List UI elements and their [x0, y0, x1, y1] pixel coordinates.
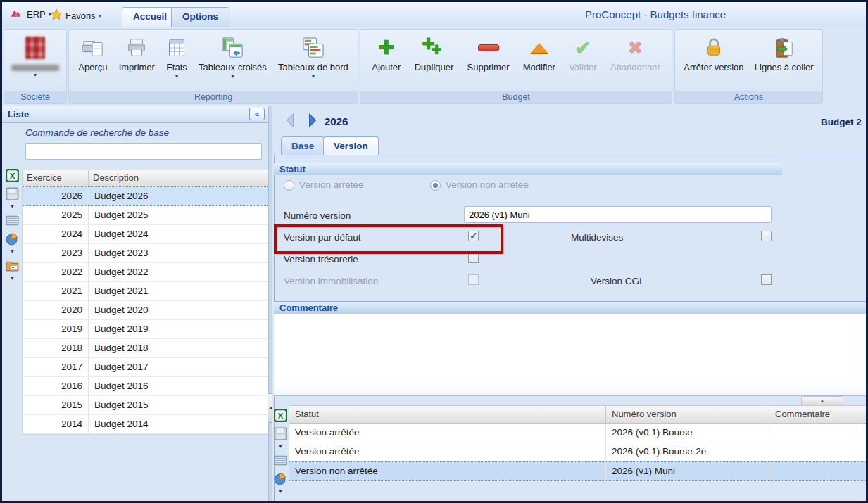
folder-card-icon[interactable]: [272, 497, 289, 503]
tableaux-de-bord-button[interactable]: Tableaux de bord ▾: [276, 33, 351, 82]
export-excel-icon[interactable]: X: [4, 167, 21, 184]
table-row[interactable]: 2023Budget 2023: [23, 244, 269, 263]
lignes-a-coller-button[interactable]: Lignes à coller: [753, 33, 816, 74]
statut-cell: Version non arrêtée: [289, 462, 606, 480]
pivot-tables-icon: [221, 34, 244, 61]
table-row[interactable]: 2026Budget 2026: [23, 186, 269, 206]
tab-accueil[interactable]: Accueil: [122, 7, 178, 27]
table-row[interactable]: 2019Budget 2019: [23, 320, 269, 339]
description-cell: Budget 2015: [89, 396, 269, 414]
chart-pie-icon[interactable]: [272, 470, 289, 487]
table-row[interactable]: 2015Budget 2015: [23, 396, 269, 415]
cross-icon: ✖: [627, 34, 643, 61]
version-par-defaut-checkbox[interactable]: [468, 231, 479, 241]
export-excel-icon[interactable]: X: [272, 407, 289, 424]
table-row[interactable]: 2014Budget 2014: [23, 415, 269, 434]
ajouter-button[interactable]: ✚ Ajouter: [370, 33, 403, 74]
collapse-panel-button[interactable]: «: [249, 108, 265, 120]
tab-version[interactable]: Version: [323, 136, 379, 155]
search-input[interactable]: [25, 143, 262, 160]
col-header-numero-version[interactable]: Numéro version: [606, 406, 769, 423]
col-header-description[interactable]: Description: [89, 170, 269, 186]
tab-base[interactable]: Base: [281, 136, 325, 155]
table-row[interactable]: Version arrêtée 2026 (v0.1) Bourse-2e: [289, 442, 866, 461]
chevron-down-icon[interactable]: ▾: [11, 203, 13, 210]
tab-options[interactable]: Options: [171, 7, 229, 27]
nav-previous-button[interactable]: [284, 113, 298, 128]
tableaux-croises-label: Tableaux croisés: [199, 62, 267, 72]
save-icon[interactable]: [272, 425, 289, 442]
multidevises-checkbox[interactable]: [761, 231, 772, 241]
valider-label: Valider: [569, 62, 597, 72]
col-header-commentaire[interactable]: Commentaire: [769, 406, 866, 423]
radio-version-arretee[interactable]: [284, 180, 294, 191]
numero-version-label: Numéro version: [284, 210, 351, 221]
save-icon[interactable]: [4, 185, 21, 202]
exercices-table-header: Exercice Description: [23, 170, 269, 186]
abandonner-button[interactable]: ✖ Abandonner: [608, 33, 662, 74]
numero-cell: 2026 (v1) Muni: [606, 462, 769, 480]
col-header-statut[interactable]: Statut: [289, 406, 606, 423]
table-row[interactable]: 2022Budget 2022: [23, 263, 269, 282]
detail-panel: 2026 Budget 2 Base Version Statut Versio…: [272, 106, 866, 501]
folder-card-icon[interactable]: [4, 257, 21, 274]
tab-base-label: Base: [291, 141, 314, 151]
societe-button[interactable]: ▾: [9, 33, 61, 80]
imprimer-button[interactable]: Imprimer: [117, 33, 157, 74]
etats-button[interactable]: Etats ▾: [164, 33, 189, 82]
list-view-icon[interactable]: [4, 212, 21, 229]
exercices-table: Exercice Description 2026Budget 2026 202…: [22, 170, 270, 435]
list-view-icon[interactable]: [272, 452, 289, 469]
bottom-splitter-handle[interactable]: ▲: [801, 396, 843, 405]
commentaire-section-header: Commentaire: [274, 301, 866, 314]
favoris-menu-label: Favoris: [65, 11, 96, 21]
commentaire-textarea[interactable]: [274, 314, 866, 396]
supprimer-button[interactable]: Supprimer: [465, 33, 512, 74]
version-tresorerie-checkbox[interactable]: [468, 253, 479, 263]
tab-accueil-label: Accueil: [133, 11, 167, 22]
table-row[interactable]: 2024Budget 2024: [23, 225, 269, 244]
valider-button[interactable]: ✔ Valider: [567, 33, 599, 74]
nav-next-button[interactable]: [306, 113, 320, 128]
modifier-label: Modifier: [523, 62, 555, 72]
description-cell: Budget 2023: [89, 244, 269, 262]
tableaux-croises-button[interactable]: Tableaux croisés ▾: [196, 33, 269, 82]
table-row[interactable]: 2016Budget 2016: [23, 377, 269, 396]
triangle-edit-icon: [530, 34, 548, 61]
apercu-button[interactable]: Aperçu: [76, 33, 109, 74]
favoris-menu[interactable]: Favoris ▾: [47, 7, 104, 25]
abandonner-label: Abandonner: [610, 62, 660, 72]
commentaire-cell: [769, 442, 866, 461]
redacted-company-label: [11, 65, 59, 71]
description-cell: Budget 2022: [89, 263, 269, 281]
version-cgi-checkbox[interactable]: [761, 274, 772, 285]
description-cell: Budget 2016: [89, 377, 269, 395]
chevron-down-icon[interactable]: ▾: [279, 488, 282, 495]
numero-version-input[interactable]: [464, 206, 772, 223]
col-header-exercice[interactable]: Exercice: [23, 170, 89, 186]
table-row[interactable]: 2025Budget 2025: [23, 206, 269, 225]
lignes-a-coller-label: Lignes à coller: [755, 62, 814, 72]
modifier-button[interactable]: Modifier: [521, 33, 558, 74]
chevron-down-icon[interactable]: ▾: [11, 275, 13, 281]
arreter-version-button[interactable]: Arrêter version: [681, 33, 746, 74]
chevron-down-icon[interactable]: ▾: [11, 248, 13, 255]
version-immobilisation-checkbox[interactable]: [468, 274, 479, 285]
table-row[interactable]: 2021Budget 2021: [23, 282, 269, 301]
table-row[interactable]: Version arrêtée 2026 (v0.1) Bourse: [289, 424, 866, 442]
versions-table-header: Statut Numéro version Commentaire: [289, 406, 866, 424]
table-row[interactable]: Version non arrêtée 2026 (v1) Muni: [289, 461, 866, 481]
table-row[interactable]: 2020Budget 2020: [23, 301, 269, 320]
exercice-cell: 2015: [23, 396, 89, 414]
radio-version-non-arretee[interactable]: [430, 180, 441, 191]
exercice-cell: 2026: [23, 187, 89, 205]
exercice-cell: 2017: [23, 358, 89, 376]
table-row[interactable]: 2018Budget 2018: [23, 339, 269, 358]
double-plus-icon: ✚✚: [422, 34, 446, 61]
chart-pie-icon[interactable]: [4, 230, 21, 247]
table-row[interactable]: 2017Budget 2017: [23, 358, 269, 377]
exercice-cell: 2016: [23, 377, 89, 395]
version-cgi-label: Version CGI: [591, 276, 642, 286]
chevron-down-icon[interactable]: ▾: [279, 443, 282, 450]
dupliquer-button[interactable]: ✚✚ Dupliquer: [413, 33, 456, 74]
